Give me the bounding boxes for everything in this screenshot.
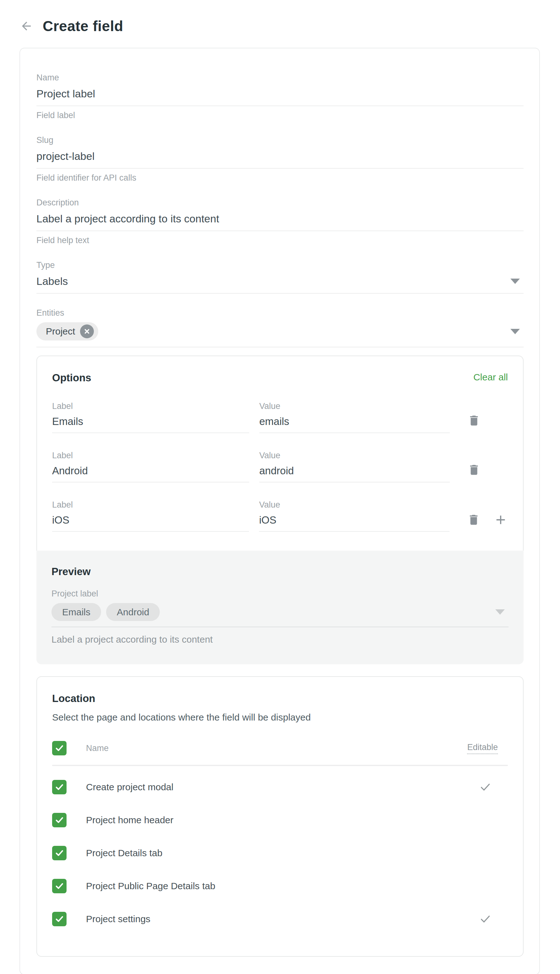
- clear-all-link[interactable]: Clear all: [473, 372, 508, 383]
- preview-field-label: Project label: [52, 589, 508, 599]
- type-field-label: Type: [37, 261, 523, 270]
- option-label-input[interactable]: iOS: [52, 514, 249, 532]
- remove-entity-button[interactable]: [80, 324, 94, 338]
- preview-heading: Preview: [52, 566, 508, 578]
- location-row-name: Project Details tab: [86, 848, 162, 859]
- back-button[interactable]: [20, 19, 33, 33]
- location-row: Project Details tab: [52, 837, 508, 869]
- location-subtitle: Select the page and locations where the …: [52, 712, 508, 723]
- delete-option-button[interactable]: [467, 513, 480, 526]
- create-field-page: Create field Name Project label Field la…: [0, 0, 560, 974]
- options-heading: Options: [52, 372, 91, 384]
- trash-icon: [467, 513, 480, 526]
- type-select[interactable]: Labels: [37, 275, 523, 294]
- chevron-down-icon: [510, 279, 520, 284]
- name-field-helper: Field label: [37, 110, 523, 120]
- name-column-header: Name: [86, 743, 108, 753]
- arrow-left-icon: [20, 20, 33, 33]
- location-checkbox[interactable]: [52, 780, 67, 794]
- slug-input[interactable]: project-label: [37, 150, 523, 169]
- entity-chip-project: Project: [37, 322, 98, 341]
- option-value-caption: Value: [259, 451, 450, 461]
- option-row: Label Android Value android: [52, 451, 508, 483]
- name-input[interactable]: Project label: [37, 88, 523, 106]
- preview-select[interactable]: Emails Android: [52, 603, 508, 627]
- option-label-caption: Label: [52, 451, 249, 461]
- editable-indicator: [479, 781, 492, 794]
- table-header-divider: [52, 765, 508, 766]
- location-row: Project Public Page Details tab: [52, 869, 508, 902]
- location-row-name: Create project modal: [86, 782, 173, 792]
- location-row: Project settings: [52, 902, 508, 936]
- create-field-form-card: Name Project label Field label Slug proj…: [20, 48, 540, 974]
- checkmark-icon: [54, 881, 65, 891]
- location-table-header: Name Editable: [52, 741, 508, 755]
- name-field-label: Name: [37, 73, 523, 83]
- option-label-caption: Label: [52, 500, 249, 510]
- options-section: Options Clear all Label Emails Value ema…: [37, 356, 523, 551]
- delete-option-button[interactable]: [467, 414, 481, 427]
- checkmark-icon: [54, 782, 65, 792]
- option-row: Label Emails Value emails: [52, 401, 508, 433]
- entities-select[interactable]: Project: [37, 322, 523, 347]
- checkmark-icon: [54, 815, 65, 825]
- option-label-input[interactable]: Emails: [52, 416, 249, 433]
- option-label-caption: Label: [52, 401, 249, 411]
- check-icon: [479, 781, 492, 794]
- entities-field-label: Entities: [37, 308, 523, 318]
- slug-field-helper: Field identifier for API calls: [37, 173, 523, 183]
- plus-icon: [493, 513, 508, 527]
- preview-chip: Emails: [52, 603, 101, 621]
- page-header: Create field: [0, 0, 560, 35]
- option-value-input[interactable]: emails: [259, 416, 450, 433]
- description-field-helper: Field help text: [37, 236, 523, 245]
- location-row: Project home header: [52, 804, 508, 837]
- checkmark-icon: [54, 914, 65, 924]
- entity-chip-label: Project: [46, 326, 75, 337]
- close-icon: [83, 328, 90, 335]
- add-option-button[interactable]: [493, 513, 508, 527]
- entities-field: Entities Project: [37, 308, 523, 347]
- option-value-input[interactable]: iOS: [259, 514, 450, 532]
- location-row-name: Project Public Page Details tab: [86, 881, 215, 891]
- location-heading: Location: [52, 693, 508, 705]
- location-checkbox[interactable]: [52, 813, 67, 827]
- description-input[interactable]: Label a project according to its content: [37, 213, 523, 231]
- page-title: Create field: [43, 18, 123, 35]
- trash-icon: [467, 463, 481, 476]
- preview-chip: Android: [106, 603, 160, 621]
- option-label-input[interactable]: Android: [52, 465, 249, 483]
- chevron-down-icon: [510, 329, 520, 334]
- type-select-value: Labels: [37, 275, 68, 287]
- option-value-caption: Value: [259, 401, 450, 411]
- preview-section: Preview Project label Emails Android Lab…: [37, 551, 523, 664]
- location-row-name: Project home header: [86, 815, 173, 825]
- select-all-checkbox[interactable]: [52, 741, 67, 755]
- chevron-down-icon: [495, 609, 505, 615]
- delete-option-button[interactable]: [467, 463, 481, 476]
- checkmark-icon: [54, 848, 65, 859]
- location-checkbox[interactable]: [52, 846, 67, 860]
- trash-icon: [467, 414, 481, 427]
- option-value-input[interactable]: android: [259, 465, 450, 483]
- type-field: Type Labels: [37, 261, 523, 294]
- editable-column-header[interactable]: Editable: [467, 742, 498, 754]
- location-checkbox[interactable]: [52, 879, 67, 893]
- option-row: Label iOS Value iOS: [52, 500, 508, 532]
- slug-field-label: Slug: [37, 135, 523, 145]
- editable-indicator: [479, 913, 492, 925]
- description-field-label: Description: [37, 198, 523, 208]
- check-icon: [479, 913, 492, 925]
- preview-helper-text: Label a project according to its content: [52, 634, 508, 645]
- location-row-name: Project settings: [86, 914, 150, 924]
- checkmark-icon: [54, 743, 65, 753]
- name-field: Name Project label Field label: [37, 73, 523, 120]
- option-value-caption: Value: [259, 500, 450, 510]
- location-checkbox[interactable]: [52, 912, 67, 926]
- slug-field: Slug project-label Field identifier for …: [37, 135, 523, 183]
- description-field: Description Label a project according to…: [37, 198, 523, 245]
- location-section: Location Select the page and locations w…: [37, 676, 523, 957]
- location-row: Create project modal: [52, 770, 508, 804]
